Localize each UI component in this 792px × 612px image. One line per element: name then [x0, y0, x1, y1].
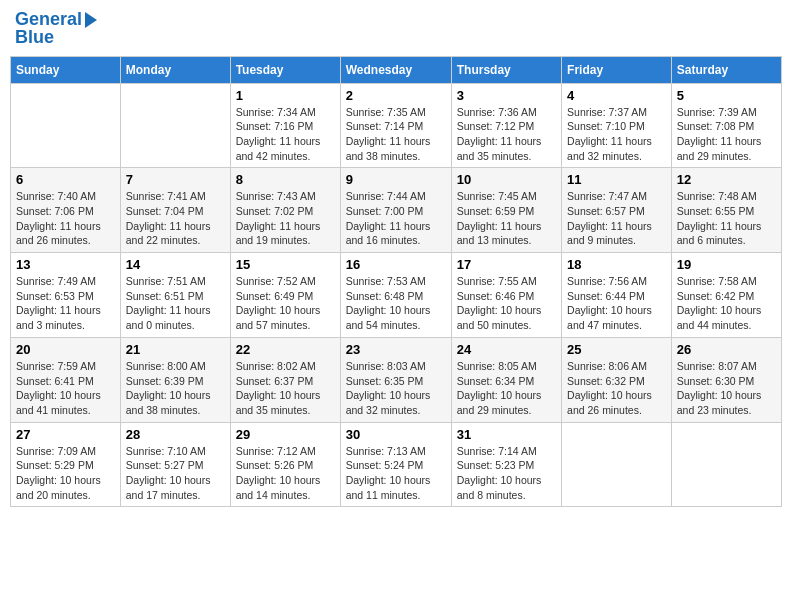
- day-info: Sunrise: 7:12 AM Sunset: 5:26 PM Dayligh…: [236, 444, 335, 503]
- calendar-day-cell: 18Sunrise: 7:56 AM Sunset: 6:44 PM Dayli…: [562, 253, 672, 338]
- day-number: 16: [346, 257, 446, 272]
- calendar-day-cell: 21Sunrise: 8:00 AM Sunset: 6:39 PM Dayli…: [120, 337, 230, 422]
- calendar-day-cell: 25Sunrise: 8:06 AM Sunset: 6:32 PM Dayli…: [562, 337, 672, 422]
- day-of-week-header: Friday: [562, 56, 672, 83]
- day-info: Sunrise: 7:45 AM Sunset: 6:59 PM Dayligh…: [457, 189, 556, 248]
- day-number: 10: [457, 172, 556, 187]
- day-info: Sunrise: 7:39 AM Sunset: 7:08 PM Dayligh…: [677, 105, 776, 164]
- day-info: Sunrise: 7:34 AM Sunset: 7:16 PM Dayligh…: [236, 105, 335, 164]
- calendar-day-cell: 14Sunrise: 7:51 AM Sunset: 6:51 PM Dayli…: [120, 253, 230, 338]
- day-info: Sunrise: 8:02 AM Sunset: 6:37 PM Dayligh…: [236, 359, 335, 418]
- day-number: 19: [677, 257, 776, 272]
- day-of-week-header: Sunday: [11, 56, 121, 83]
- day-number: 22: [236, 342, 335, 357]
- day-info: Sunrise: 7:59 AM Sunset: 6:41 PM Dayligh…: [16, 359, 115, 418]
- day-info: Sunrise: 7:13 AM Sunset: 5:24 PM Dayligh…: [346, 444, 446, 503]
- day-of-week-header: Thursday: [451, 56, 561, 83]
- day-info: Sunrise: 7:51 AM Sunset: 6:51 PM Dayligh…: [126, 274, 225, 333]
- calendar-day-cell: 17Sunrise: 7:55 AM Sunset: 6:46 PM Dayli…: [451, 253, 561, 338]
- day-number: 27: [16, 427, 115, 442]
- day-number: 23: [346, 342, 446, 357]
- day-number: 15: [236, 257, 335, 272]
- day-info: Sunrise: 7:10 AM Sunset: 5:27 PM Dayligh…: [126, 444, 225, 503]
- calendar-day-cell: 27Sunrise: 7:09 AM Sunset: 5:29 PM Dayli…: [11, 422, 121, 507]
- calendar-day-cell: [11, 83, 121, 168]
- calendar-day-cell: 10Sunrise: 7:45 AM Sunset: 6:59 PM Dayli…: [451, 168, 561, 253]
- day-info: Sunrise: 8:03 AM Sunset: 6:35 PM Dayligh…: [346, 359, 446, 418]
- day-info: Sunrise: 7:37 AM Sunset: 7:10 PM Dayligh…: [567, 105, 666, 164]
- calendar-day-cell: 4Sunrise: 7:37 AM Sunset: 7:10 PM Daylig…: [562, 83, 672, 168]
- day-number: 14: [126, 257, 225, 272]
- calendar-week-row: 6Sunrise: 7:40 AM Sunset: 7:06 PM Daylig…: [11, 168, 782, 253]
- day-info: Sunrise: 7:43 AM Sunset: 7:02 PM Dayligh…: [236, 189, 335, 248]
- day-number: 30: [346, 427, 446, 442]
- calendar-day-cell: 5Sunrise: 7:39 AM Sunset: 7:08 PM Daylig…: [671, 83, 781, 168]
- logo-arrow-icon: [85, 12, 97, 28]
- day-info: Sunrise: 7:53 AM Sunset: 6:48 PM Dayligh…: [346, 274, 446, 333]
- day-info: Sunrise: 7:48 AM Sunset: 6:55 PM Dayligh…: [677, 189, 776, 248]
- day-number: 4: [567, 88, 666, 103]
- day-info: Sunrise: 7:35 AM Sunset: 7:14 PM Dayligh…: [346, 105, 446, 164]
- calendar-day-cell: 28Sunrise: 7:10 AM Sunset: 5:27 PM Dayli…: [120, 422, 230, 507]
- calendar-day-cell: 7Sunrise: 7:41 AM Sunset: 7:04 PM Daylig…: [120, 168, 230, 253]
- calendar-header-row: SundayMondayTuesdayWednesdayThursdayFrid…: [11, 56, 782, 83]
- day-number: 3: [457, 88, 556, 103]
- page-header: General Blue: [10, 10, 782, 48]
- day-info: Sunrise: 8:06 AM Sunset: 6:32 PM Dayligh…: [567, 359, 666, 418]
- calendar-day-cell: 15Sunrise: 7:52 AM Sunset: 6:49 PM Dayli…: [230, 253, 340, 338]
- day-of-week-header: Monday: [120, 56, 230, 83]
- day-of-week-header: Saturday: [671, 56, 781, 83]
- calendar-day-cell: 24Sunrise: 8:05 AM Sunset: 6:34 PM Dayli…: [451, 337, 561, 422]
- calendar-day-cell: 20Sunrise: 7:59 AM Sunset: 6:41 PM Dayli…: [11, 337, 121, 422]
- calendar-day-cell: 30Sunrise: 7:13 AM Sunset: 5:24 PM Dayli…: [340, 422, 451, 507]
- calendar-day-cell: 19Sunrise: 7:58 AM Sunset: 6:42 PM Dayli…: [671, 253, 781, 338]
- day-number: 6: [16, 172, 115, 187]
- day-number: 12: [677, 172, 776, 187]
- day-number: 2: [346, 88, 446, 103]
- calendar-day-cell: 2Sunrise: 7:35 AM Sunset: 7:14 PM Daylig…: [340, 83, 451, 168]
- day-number: 29: [236, 427, 335, 442]
- day-number: 13: [16, 257, 115, 272]
- calendar-day-cell: 22Sunrise: 8:02 AM Sunset: 6:37 PM Dayli…: [230, 337, 340, 422]
- calendar-week-row: 20Sunrise: 7:59 AM Sunset: 6:41 PM Dayli…: [11, 337, 782, 422]
- calendar-table: SundayMondayTuesdayWednesdayThursdayFrid…: [10, 56, 782, 508]
- day-number: 31: [457, 427, 556, 442]
- logo: General Blue: [15, 10, 97, 48]
- day-info: Sunrise: 7:41 AM Sunset: 7:04 PM Dayligh…: [126, 189, 225, 248]
- day-number: 5: [677, 88, 776, 103]
- day-number: 9: [346, 172, 446, 187]
- day-info: Sunrise: 7:49 AM Sunset: 6:53 PM Dayligh…: [16, 274, 115, 333]
- day-number: 25: [567, 342, 666, 357]
- day-info: Sunrise: 7:52 AM Sunset: 6:49 PM Dayligh…: [236, 274, 335, 333]
- calendar-day-cell: 6Sunrise: 7:40 AM Sunset: 7:06 PM Daylig…: [11, 168, 121, 253]
- day-number: 28: [126, 427, 225, 442]
- day-info: Sunrise: 7:36 AM Sunset: 7:12 PM Dayligh…: [457, 105, 556, 164]
- day-info: Sunrise: 7:40 AM Sunset: 7:06 PM Dayligh…: [16, 189, 115, 248]
- day-number: 20: [16, 342, 115, 357]
- day-info: Sunrise: 8:07 AM Sunset: 6:30 PM Dayligh…: [677, 359, 776, 418]
- calendar-day-cell: [562, 422, 672, 507]
- calendar-day-cell: 11Sunrise: 7:47 AM Sunset: 6:57 PM Dayli…: [562, 168, 672, 253]
- day-info: Sunrise: 7:14 AM Sunset: 5:23 PM Dayligh…: [457, 444, 556, 503]
- day-number: 18: [567, 257, 666, 272]
- calendar-day-cell: 1Sunrise: 7:34 AM Sunset: 7:16 PM Daylig…: [230, 83, 340, 168]
- day-info: Sunrise: 8:00 AM Sunset: 6:39 PM Dayligh…: [126, 359, 225, 418]
- calendar-day-cell: 9Sunrise: 7:44 AM Sunset: 7:00 PM Daylig…: [340, 168, 451, 253]
- day-number: 1: [236, 88, 335, 103]
- calendar-day-cell: [671, 422, 781, 507]
- day-number: 11: [567, 172, 666, 187]
- day-of-week-header: Tuesday: [230, 56, 340, 83]
- calendar-day-cell: 13Sunrise: 7:49 AM Sunset: 6:53 PM Dayli…: [11, 253, 121, 338]
- day-number: 26: [677, 342, 776, 357]
- day-info: Sunrise: 7:09 AM Sunset: 5:29 PM Dayligh…: [16, 444, 115, 503]
- calendar-day-cell: 23Sunrise: 8:03 AM Sunset: 6:35 PM Dayli…: [340, 337, 451, 422]
- calendar-day-cell: 8Sunrise: 7:43 AM Sunset: 7:02 PM Daylig…: [230, 168, 340, 253]
- day-number: 8: [236, 172, 335, 187]
- calendar-day-cell: 29Sunrise: 7:12 AM Sunset: 5:26 PM Dayli…: [230, 422, 340, 507]
- day-info: Sunrise: 7:44 AM Sunset: 7:00 PM Dayligh…: [346, 189, 446, 248]
- day-number: 7: [126, 172, 225, 187]
- day-info: Sunrise: 7:47 AM Sunset: 6:57 PM Dayligh…: [567, 189, 666, 248]
- day-info: Sunrise: 7:58 AM Sunset: 6:42 PM Dayligh…: [677, 274, 776, 333]
- calendar-week-row: 27Sunrise: 7:09 AM Sunset: 5:29 PM Dayli…: [11, 422, 782, 507]
- day-info: Sunrise: 7:56 AM Sunset: 6:44 PM Dayligh…: [567, 274, 666, 333]
